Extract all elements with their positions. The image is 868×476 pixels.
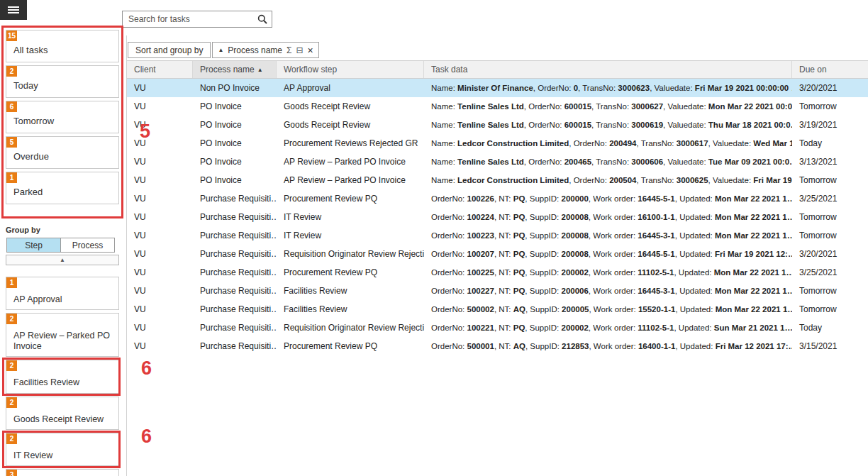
cell-workflow-step: Facilities Review [277, 304, 424, 314]
cell-process-name: PO Invoice [193, 175, 277, 185]
cell-client: VU [127, 323, 193, 333]
task-row[interactable]: VU Purchase Requisiti… IT Review OrderNo… [127, 208, 868, 226]
task-row[interactable]: VU Purchase Requisiti… Requisition Origi… [127, 319, 868, 337]
task-row[interactable]: VU PO Invoice Goods Receipt Review Name:… [127, 116, 868, 134]
sidebar-group-item[interactable]: 3 [6, 469, 119, 476]
sidebar-filter-item[interactable]: 6 Tomorrow [6, 101, 119, 133]
search-icon[interactable] [253, 11, 272, 27]
cell-workflow-step: Goods Receipt Review [277, 120, 424, 130]
collapse-groups-button[interactable]: ▲ [6, 255, 119, 265]
task-row[interactable]: VU PO Invoice AP Review – Parked PO Invo… [127, 171, 868, 189]
sidebar-group-item[interactable]: 2 IT Review [6, 433, 119, 466]
task-count-badge: 6 [6, 101, 17, 112]
search-input[interactable] [123, 11, 253, 27]
cell-process-name: Purchase Requisiti… [193, 212, 277, 222]
column-header-client[interactable]: Client [127, 61, 193, 78]
grouping-chip[interactable]: ▲ Process name Σ ⊟ × [212, 42, 318, 58]
cell-process-name: Purchase Requisiti… [193, 341, 277, 351]
cell-process-name: Purchase Requisiti… [193, 231, 277, 240]
cell-client: VU [127, 341, 193, 351]
task-row[interactable]: VU Purchase Requisiti… IT Review OrderNo… [127, 226, 868, 245]
cell-client: VU [127, 286, 193, 296]
sidebar-filter-item[interactable]: 2 Today [6, 65, 119, 98]
cell-client: VU [127, 249, 193, 259]
task-row[interactable]: VU Purchase Requisiti… Procurement Revie… [127, 263, 868, 282]
collapse-all-icon[interactable]: ⊟ [296, 45, 303, 55]
cell-client: VU [127, 157, 193, 167]
cell-process-name: PO Invoice [193, 101, 277, 111]
cell-workflow-step: Procurement Review PQ [277, 194, 424, 204]
task-row[interactable]: VU Purchase Requisiti… Procurement Revie… [127, 189, 868, 208]
cell-client: VU [127, 83, 193, 93]
cell-process-name: Purchase Requisiti… [193, 249, 277, 259]
cell-task-data: OrderNo: 500001, NT: AQ, SuppID: 212853,… [424, 342, 792, 350]
table-body: VU Non PO Invoice AP Approval Name: Mini… [127, 79, 868, 355]
column-header-workflow-step[interactable]: Workflow step [277, 61, 424, 78]
task-count-badge: 2 [6, 360, 17, 371]
sidebar-group-item[interactable]: 2 AP Review – Parked PO Invoice [6, 313, 119, 357]
column-header-process-name[interactable]: Process name ▲ [193, 61, 277, 78]
column-header-task-data[interactable]: Task data [424, 61, 792, 78]
cell-client: VU [127, 175, 193, 185]
cell-workflow-step: Procurement Review PQ [277, 267, 424, 277]
task-count-badge: 3 [6, 470, 17, 476]
cell-workflow-step: IT Review [277, 212, 424, 222]
filter-label: Today [13, 80, 38, 91]
task-count-badge: 1 [6, 172, 17, 183]
group-by-step-tab[interactable]: Step [7, 238, 60, 252]
cell-task-data: OrderNo: 100221, NT: PQ, SuppID: 200002,… [424, 323, 792, 332]
sidebar-group-item[interactable]: 2 Facilities Review [6, 360, 119, 393]
cell-workflow-step: IT Review [277, 231, 424, 240]
sidebar-group-item[interactable]: 2 Goods Receipt Review [6, 397, 119, 430]
task-count-badge: 2 [6, 66, 17, 77]
task-row[interactable]: VU Non PO Invoice AP Approval Name: Mini… [127, 79, 868, 97]
magnifier-glyph [257, 14, 267, 24]
tasks-table: Client Process name ▲ Workflow step Task… [127, 60, 868, 355]
cell-task-data: OrderNo: 100227, NT: PQ, SuppID: 200006,… [424, 287, 792, 295]
task-row[interactable]: VU PO Invoice AP Review – Parked PO Invo… [127, 153, 868, 171]
cell-workflow-step: Facilities Review [277, 286, 424, 296]
cell-workflow-step: Requisition Originator Review Rejecti… [277, 323, 424, 333]
task-row[interactable]: VU Purchase Requisiti… Procurement Revie… [127, 337, 868, 355]
task-row[interactable]: VU Purchase Requisiti… Facilities Review… [127, 300, 868, 319]
group-by-toggle: Step Process [6, 238, 115, 253]
group-label: AP Review – Parked PO Invoice [13, 331, 113, 351]
task-row[interactable]: VU PO Invoice Goods Receipt Review Name:… [127, 97, 868, 116]
menu-button[interactable] [0, 0, 27, 20]
cell-client: VU [127, 212, 193, 222]
cell-client: VU [127, 120, 193, 130]
sum-icon[interactable]: Σ [286, 45, 291, 55]
sidebar-filter-item[interactable]: 5 Overdue [6, 136, 119, 169]
task-row[interactable]: VU Purchase Requisiti… Facilities Review… [127, 282, 868, 300]
cell-client: VU [127, 231, 193, 240]
task-count-badge: 2 [6, 314, 17, 324]
task-row[interactable]: VU PO Invoice Procurement Reviews Reject… [127, 134, 868, 153]
cell-task-data: Name: Tenline Sales Ltd, OrderNo: 600015… [424, 121, 792, 129]
column-header-due-on[interactable]: Due on [792, 61, 868, 78]
cell-task-data: OrderNo: 100224, NT: PQ, SuppID: 200008,… [424, 213, 792, 221]
cell-process-name: Purchase Requisiti… [193, 286, 277, 296]
cell-process-name: PO Invoice [193, 157, 277, 167]
annotation-number: 6 [141, 426, 152, 448]
sidebar-filter-item[interactable]: 15 All tasks [6, 30, 119, 62]
cell-process-name: Purchase Requisiti… [193, 304, 277, 314]
cell-due-on: Tomorrow [792, 101, 868, 111]
sidebar: 15 All tasks 2 Today 6 Tomorrow 5 Overdu… [0, 20, 121, 476]
sort-and-group-button[interactable]: Sort and group by [128, 42, 211, 58]
group-by-process-tab[interactable]: Process [60, 238, 114, 252]
task-row[interactable]: VU Purchase Requisiti… Requisition Origi… [127, 245, 868, 263]
sidebar-filter-item[interactable]: 1 Parked [6, 172, 119, 204]
group-label: AP Approval [13, 294, 113, 304]
cell-due-on: 3/15/2021 [792, 341, 868, 351]
group-label: IT Review [13, 450, 113, 460]
cell-task-data: OrderNo: 100225, NT: PQ, SuppID: 200002,… [424, 268, 792, 277]
cell-workflow-step: AP Review – Parked PO Invoice [277, 157, 424, 167]
sidebar-group-item[interactable]: 1 AP Approval [6, 277, 119, 310]
filter-label: Tomorrow [13, 116, 54, 126]
close-icon[interactable]: × [308, 45, 313, 55]
cell-task-data: Name: Tenline Sales Ltd, OrderNo: 600015… [424, 102, 792, 111]
cell-client: VU [127, 267, 193, 277]
cell-process-name: Purchase Requisiti… [193, 267, 277, 277]
group-list: 1 AP Approval 2 AP Review – Parked PO In… [0, 265, 121, 476]
filter-label: Parked [13, 187, 43, 197]
